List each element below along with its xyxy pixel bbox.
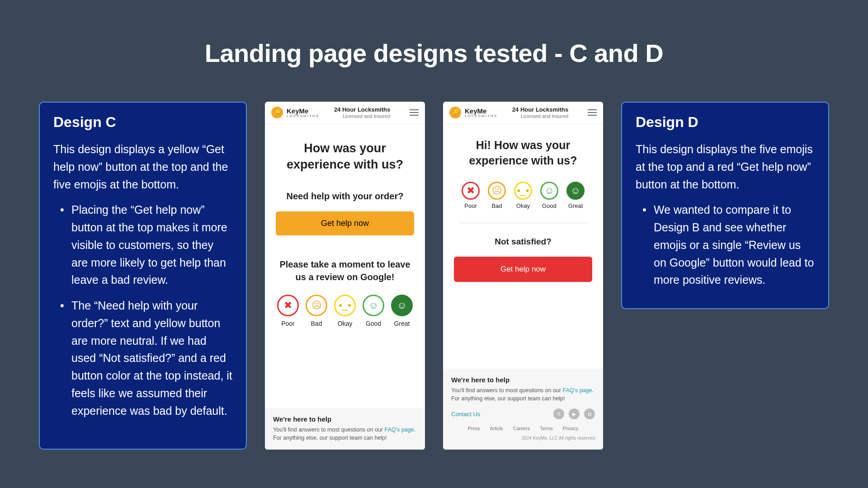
mock-design-d: 🔑 KeyMe LOCKSMITHS 24 Hour Locksmiths Li… [443, 102, 603, 450]
emoji-great-label: Great [394, 320, 410, 327]
emoji-row: ✖Poor ☹Bad •_•Okay ☺Good ☺Great [452, 182, 594, 209]
emoji-good-label: Good [366, 320, 381, 327]
brand-sub: LOCKSMITHS [465, 114, 497, 118]
emoji-okay-icon[interactable]: •_• [334, 295, 356, 316]
legal-article[interactable]: Article [490, 426, 503, 431]
design-c-box: Design C This design displays a yellow “… [39, 102, 247, 450]
brand-logo-icon: 🔑 [449, 107, 461, 118]
brand-name: KeyMe [465, 108, 497, 114]
tagline-2: Licensed and Insured [334, 113, 390, 119]
emoji-bad-icon[interactable]: ☹ [488, 182, 506, 200]
design-c-heading: Design C [53, 114, 232, 131]
faq-link[interactable]: FAQ's page [385, 427, 414, 433]
brand: 🔑 KeyMe LOCKSMITHS [271, 107, 319, 118]
slide-title: Landing page designs tested - C and D [0, 0, 868, 68]
design-d-intro: This design displays the five emojis at … [636, 141, 815, 193]
mock-header: 🔑 KeyMe LOCKSMITHS 24 Hour Locksmiths Li… [265, 102, 425, 124]
tagline-1: 24 Hour Locksmiths [334, 106, 390, 113]
emoji-poor-icon[interactable]: ✖ [462, 182, 480, 200]
brand: 🔑 KeyMe LOCKSMITHS [449, 107, 497, 118]
content-row: Design C This design displays a yellow “… [0, 102, 868, 450]
emoji-good-label: Good [542, 202, 557, 209]
not-satisfied-prompt: Not satisfied? [452, 237, 594, 247]
help-prompt: Need help with your order? [274, 191, 416, 202]
contact-link[interactable]: Contact Us [451, 411, 480, 418]
emoji-good-icon[interactable]: ☺ [540, 182, 558, 200]
footer-help: We're here to help You'll find answers t… [265, 408, 425, 450]
experience-question: How was your experience with us? [274, 140, 416, 173]
emoji-row: ✖Poor ☹Bad •_•Okay ☺Good ☺Great [274, 295, 416, 327]
youtube-icon[interactable]: ▶ [569, 408, 580, 419]
review-prompt: Please take a moment to leave us a revie… [274, 258, 416, 283]
tagline: 24 Hour Locksmiths Licensed and Insured [334, 106, 390, 119]
mock-design-c: 🔑 KeyMe LOCKSMITHS 24 Hour Locksmiths Li… [265, 102, 425, 450]
faq-link[interactable]: FAQ's page [563, 387, 592, 394]
emoji-great-icon[interactable]: ☺ [566, 182, 585, 200]
hamburger-icon[interactable] [588, 109, 597, 116]
emoji-poor-label: Poor [281, 320, 295, 327]
experience-question: Hi! How was your experience with us? [452, 138, 594, 169]
emoji-great-label: Great [568, 202, 583, 209]
emoji-good-icon[interactable]: ☺ [363, 295, 384, 316]
design-c-bullet-1: Placing the “Get help now” button at the… [53, 201, 232, 289]
get-help-button[interactable]: Get help now [454, 257, 592, 282]
copyright: 2024 KeyMe, LLC All rights reserved [451, 436, 595, 441]
emoji-poor-icon[interactable]: ✖ [277, 295, 299, 316]
emoji-okay-label: Okay [516, 202, 530, 209]
footer-text-1: You'll find answers to most questions on… [451, 387, 563, 394]
design-d-box: Design D This design displays the five e… [621, 102, 829, 309]
get-help-button[interactable]: Get help now [276, 211, 414, 235]
emoji-bad-icon[interactable]: ☹ [306, 295, 327, 316]
hamburger-icon[interactable] [410, 109, 419, 116]
footer-heading: We're here to help [273, 415, 417, 423]
design-c-bullet-2: The “Need help with your order?” text an… [53, 297, 232, 419]
footer-help: We're here to help You'll find answers t… [443, 369, 603, 450]
design-c-intro: This design displays a yellow “Get help … [53, 141, 232, 193]
tagline-2: Licensed and Insured [512, 113, 568, 119]
emoji-bad-label: Bad [311, 320, 322, 327]
legal-careers[interactable]: Careers [513, 426, 530, 431]
divider [458, 223, 588, 223]
brand-sub: LOCKSMITHS [287, 114, 319, 118]
footer-heading: We're here to help [451, 376, 595, 384]
design-d-bullet-1: We wanted to compare it to Design B and … [636, 201, 815, 289]
emoji-okay-icon[interactable]: •_• [514, 182, 532, 200]
legal-privacy[interactable]: Privacy [563, 426, 578, 431]
emoji-bad-label: Bad [491, 202, 502, 209]
emoji-poor-label: Poor [464, 202, 476, 209]
instagram-icon[interactable]: ◘ [584, 408, 595, 419]
legal-press[interactable]: Press [468, 426, 480, 431]
tagline: 24 Hour Locksmiths Licensed and Insured [512, 106, 568, 119]
footer-text-1: You'll find answers to most questions on… [273, 427, 385, 433]
emoji-okay-label: Okay [338, 320, 353, 327]
design-d-heading: Design D [636, 114, 815, 131]
tagline-1: 24 Hour Locksmiths [512, 106, 568, 113]
brand-logo-icon: 🔑 [271, 107, 283, 118]
brand-name: KeyMe [287, 108, 319, 114]
twitter-icon[interactable]: 𝕏 [553, 408, 564, 419]
emoji-great-icon[interactable]: ☺ [391, 295, 413, 316]
mock-header: 🔑 KeyMe LOCKSMITHS 24 Hour Locksmiths Li… [443, 102, 603, 124]
legal-terms[interactable]: Terms [540, 426, 553, 431]
